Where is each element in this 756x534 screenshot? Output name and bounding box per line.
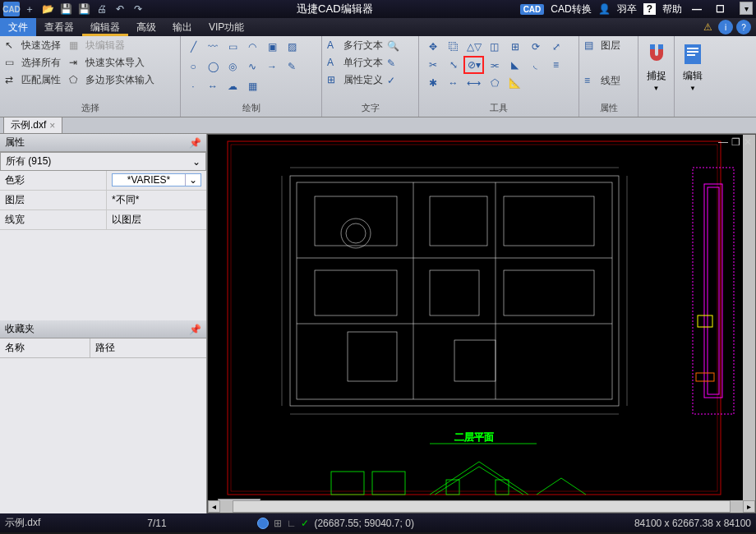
prop-lw-value[interactable]: 以图层 bbox=[107, 210, 206, 229]
text-spell-icon[interactable]: ✓ bbox=[387, 75, 395, 86]
pin-icon[interactable]: 📌 bbox=[189, 137, 201, 149]
line-icon[interactable]: ╱ bbox=[184, 38, 202, 56]
snap-toggle-icon[interactable] bbox=[257, 518, 269, 529]
panel-text: A多行文本🔍 A单行文本✎ ⊞属性定义✓ 文字 bbox=[322, 36, 419, 117]
fav-col-name[interactable]: 名称 bbox=[0, 338, 90, 357]
open-icon[interactable]: 📂 bbox=[39, 2, 56, 16]
polyline-icon[interactable]: 〰 bbox=[204, 38, 222, 56]
h-scrollbar[interactable]: ◂▸ bbox=[208, 500, 755, 513]
cloud-icon[interactable]: ☁ bbox=[224, 77, 242, 95]
user-name[interactable]: 羽卒 bbox=[617, 2, 637, 16]
polar-toggle-icon[interactable]: ✓ bbox=[301, 518, 309, 529]
array-icon[interactable]: ⊞ bbox=[505, 38, 525, 56]
poly-entity-input-button[interactable]: ⬠多边形实体输入 bbox=[67, 72, 156, 88]
prop-layer-value[interactable]: *不同* bbox=[107, 191, 206, 209]
doc-tab-active[interactable]: 示例.dxf × bbox=[3, 117, 62, 133]
mirror-icon[interactable]: △▽ bbox=[463, 38, 484, 56]
user-icon[interactable]: 👤 bbox=[598, 3, 611, 15]
drawing-canvas[interactable]: —❐✕ bbox=[207, 134, 756, 513]
close-tab-icon[interactable]: × bbox=[49, 120, 55, 131]
move-icon[interactable]: ✥ bbox=[422, 38, 443, 56]
point-icon[interactable]: · bbox=[184, 77, 202, 95]
stretch-icon[interactable]: ↔ bbox=[443, 74, 463, 92]
quick-select-button[interactable]: ↖快速选择 bbox=[3, 38, 62, 53]
ortho-toggle-icon[interactable]: ∟ bbox=[287, 518, 297, 529]
v-scrollbar[interactable] bbox=[743, 135, 755, 500]
undo-icon[interactable]: ↶ bbox=[112, 2, 128, 16]
redo-icon[interactable]: ↷ bbox=[130, 2, 146, 16]
mtext-button[interactable]: A多行文本 bbox=[325, 38, 385, 53]
attrdef-button[interactable]: ⊞属性定义 bbox=[325, 72, 385, 88]
copy-icon[interactable]: ⿻ bbox=[443, 38, 463, 56]
help-icon[interactable]: ? bbox=[643, 3, 656, 15]
new-icon[interactable]: ＋ bbox=[21, 2, 38, 16]
explode-icon[interactable]: ✱ bbox=[422, 74, 443, 92]
ellipse-icon[interactable]: ◯ bbox=[204, 58, 222, 76]
edit-poly-icon[interactable]: ⬠ bbox=[484, 74, 505, 92]
tab-output[interactable]: 输出 bbox=[164, 18, 201, 36]
text-find-icon[interactable]: 🔍 bbox=[387, 40, 399, 52]
scale-icon[interactable]: ⤢ bbox=[546, 38, 566, 56]
pen-icon[interactable]: ✎ bbox=[283, 58, 301, 76]
svg-rect-0 bbox=[650, 44, 655, 49]
filter-combo[interactable]: 所有 (915)⌄ bbox=[0, 152, 206, 171]
chamfer-icon[interactable]: ◣ bbox=[505, 56, 525, 74]
trim-icon[interactable]: ✂ bbox=[422, 56, 443, 74]
minimize-button[interactable]: — bbox=[689, 3, 705, 15]
save-icon[interactable]: 💾 bbox=[58, 2, 74, 16]
xline-icon[interactable]: ↔ bbox=[204, 77, 222, 95]
alert-icon[interactable]: ⚠ bbox=[700, 20, 715, 35]
rect-icon[interactable]: ▭ bbox=[224, 38, 242, 56]
join-icon[interactable]: ⫘ bbox=[484, 56, 505, 74]
pin-icon[interactable]: 📌 bbox=[189, 324, 201, 335]
saveall-icon[interactable]: 💾 bbox=[76, 2, 92, 16]
info-icon[interactable]: i bbox=[718, 20, 733, 35]
maximize-button[interactable]: ☐ bbox=[712, 3, 728, 15]
canvas-restore-icon[interactable]: ❐ bbox=[731, 136, 740, 148]
panel-draw: ╱〰▭◠▣▨ ○◯◎∿→✎ ·↔☁▦ 绘制 bbox=[181, 36, 322, 117]
hatch-icon[interactable]: ▨ bbox=[283, 38, 301, 56]
extend-icon[interactable]: ⤡ bbox=[443, 56, 463, 74]
tabs-scroll-icon[interactable]: ▾ bbox=[740, 2, 753, 15]
tab-vip[interactable]: VIP功能 bbox=[201, 18, 252, 36]
align-icon[interactable]: ≡ bbox=[546, 56, 566, 74]
status-coords: (26687.55; 59040.7; 0) bbox=[314, 518, 413, 529]
circle-icon[interactable]: ○ bbox=[184, 58, 202, 76]
break-tool-highlighted[interactable]: ⊘▾ bbox=[463, 56, 484, 74]
grid-toggle-icon[interactable]: ⊞ bbox=[274, 518, 282, 529]
match-props-button[interactable]: ⇄匹配属性 bbox=[3, 72, 62, 88]
prop-color-value[interactable]: *VARIES*⌄ bbox=[112, 173, 201, 186]
spline-icon[interactable]: ∿ bbox=[243, 58, 261, 76]
quick-entity-import-button[interactable]: ⇥快速实体导入 bbox=[67, 55, 146, 71]
edit-button[interactable]: 编辑 ▼ bbox=[676, 38, 709, 95]
layers-button[interactable]: ▤图层 bbox=[583, 38, 634, 53]
fillet-icon[interactable]: ◟ bbox=[525, 56, 546, 74]
measure-icon[interactable]: 📐 bbox=[505, 74, 525, 92]
ray-icon[interactable]: → bbox=[263, 58, 281, 76]
canvas-close-icon[interactable]: ✕ bbox=[744, 136, 752, 148]
text-edit-icon[interactable]: ✎ bbox=[387, 58, 395, 69]
fav-col-path[interactable]: 路径 bbox=[90, 338, 120, 357]
canvas-min-icon[interactable]: — bbox=[718, 136, 728, 148]
print-icon[interactable]: 🖨 bbox=[94, 2, 110, 16]
rotate-icon[interactable]: ⟳ bbox=[525, 38, 546, 56]
stext-button[interactable]: A单行文本 bbox=[325, 55, 385, 71]
arc-icon[interactable]: ◠ bbox=[243, 38, 261, 56]
ring-icon[interactable]: ◎ bbox=[224, 58, 242, 76]
capture-button[interactable]: 捕捉 ▼ bbox=[640, 38, 673, 95]
help-label[interactable]: 帮助 bbox=[662, 2, 682, 16]
tab-file[interactable]: 文件 bbox=[0, 18, 36, 36]
tab-advanced[interactable]: 高级 bbox=[128, 18, 164, 36]
status-bar: 示例.dxf 7/11 ⊞ ∟ ✓ (26687.55; 59040.7; 0)… bbox=[0, 513, 756, 532]
select-all-button[interactable]: ▭选择所有 bbox=[3, 55, 62, 71]
tab-editor[interactable]: 编辑器 bbox=[82, 18, 128, 36]
region-icon[interactable]: ▣ bbox=[263, 38, 281, 56]
help-small-icon[interactable]: ? bbox=[736, 20, 751, 35]
fav-panel-header: 收藏夹📌 bbox=[0, 320, 206, 338]
lengthen-icon[interactable]: ⟷ bbox=[463, 74, 484, 92]
linetype-button[interactable]: ≡线型 bbox=[583, 73, 634, 89]
tab-viewer[interactable]: 查看器 bbox=[36, 18, 82, 36]
offset-icon[interactable]: ◫ bbox=[484, 38, 505, 56]
image-icon[interactable]: ▦ bbox=[243, 77, 261, 95]
cad-convert-link[interactable]: CAD转换 bbox=[551, 2, 591, 16]
